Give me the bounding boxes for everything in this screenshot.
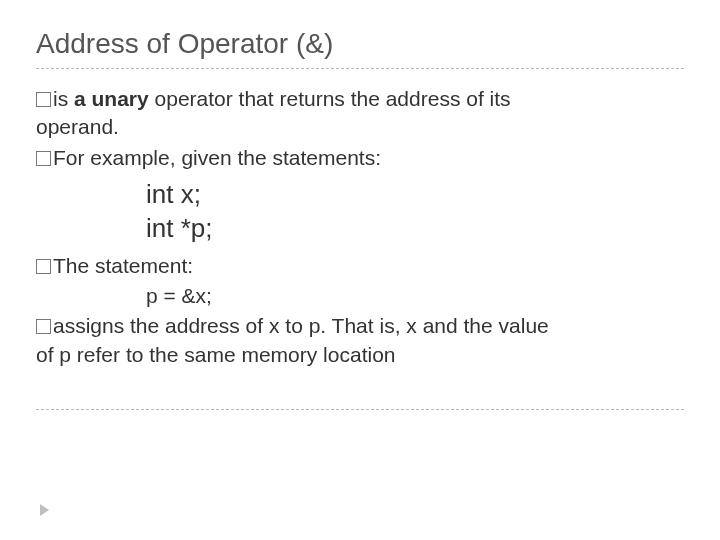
bullet-4-line2: of p refer to the same memory location xyxy=(36,341,684,369)
bullet-1-rest: operator that returns the address of its xyxy=(155,87,511,110)
slide-title: Address of Operator (&) xyxy=(36,28,684,60)
bullet-3-text: The statement: xyxy=(53,254,193,277)
slide-body: is a unary operator that returns the add… xyxy=(36,85,684,369)
bullet-4: assigns the address of x to p. That is, … xyxy=(36,312,684,369)
bullet-2: For example, given the statements: xyxy=(36,144,684,172)
code-line-2: int *p; xyxy=(146,212,684,246)
code-line-3: p = &x; xyxy=(146,282,684,310)
slide: Address of Operator (&) is a unary opera… xyxy=(0,0,720,540)
bullet-1-bold: a unary xyxy=(68,87,154,110)
checkbox-icon xyxy=(36,319,51,334)
bullet-2-text: For example, given the statements: xyxy=(53,146,381,169)
bullet-1-lead: is xyxy=(53,87,68,110)
bullet-1: is a unary operator that returns the add… xyxy=(36,85,684,142)
play-marker-icon xyxy=(40,504,49,516)
code-block-1: int x; int *p; xyxy=(146,178,684,246)
bullet-3: The statement: xyxy=(36,252,684,280)
checkbox-icon xyxy=(36,92,51,107)
bullet-4-line1: assigns the address of x to p. That is, … xyxy=(53,314,549,337)
bullet-1-line2: operand. xyxy=(36,113,684,141)
code-line-1: int x; xyxy=(146,178,684,212)
title-divider xyxy=(36,68,684,69)
bottom-divider xyxy=(36,409,684,410)
checkbox-icon xyxy=(36,151,51,166)
checkbox-icon xyxy=(36,259,51,274)
